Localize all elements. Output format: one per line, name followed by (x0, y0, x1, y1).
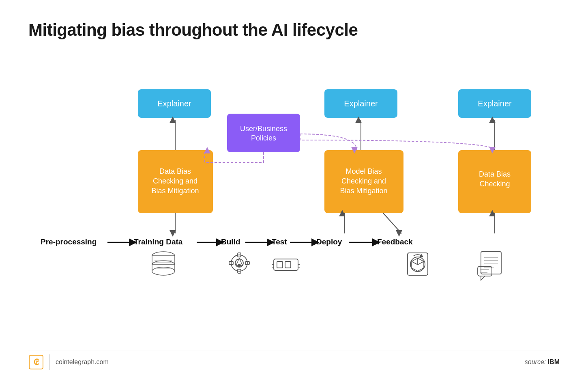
svg-line-66 (418, 261, 424, 265)
svg-text:Model Bias: Model Bias (346, 167, 382, 175)
svg-point-53 (238, 264, 240, 267)
footer-source: source: IBM (525, 358, 560, 366)
svg-text:Pre-processing: Pre-processing (41, 237, 97, 246)
page-title: Mitigating bias throughout the AI lifecy… (28, 20, 560, 40)
svg-text:Bias Mitigation: Bias Mitigation (151, 187, 199, 195)
svg-line-24 (383, 213, 401, 233)
svg-text:Test: Test (272, 237, 287, 246)
cointelegraph-logo: ₢ (28, 354, 44, 370)
svg-text:Checking: Checking (479, 180, 510, 188)
footer-divider (49, 354, 50, 370)
svg-text:Explainer: Explainer (157, 99, 191, 108)
svg-text:User/Business: User/Business (240, 125, 287, 133)
svg-text:Policies: Policies (251, 134, 276, 142)
svg-text:Build: Build (221, 237, 240, 246)
svg-rect-56 (285, 261, 291, 268)
svg-rect-67 (481, 252, 501, 274)
svg-text:Feedback: Feedback (377, 237, 413, 246)
diagram: Explainer User/Business Policies Explain… (28, 60, 560, 346)
svg-text:Deploy: Deploy (316, 237, 342, 246)
svg-rect-2 (227, 114, 300, 152)
page: Mitigating bias throughout the AI lifecy… (0, 0, 588, 382)
svg-text:Bias Mitigation: Bias Mitigation (340, 187, 387, 195)
svg-text:Explainer: Explainer (478, 99, 512, 108)
footer-left: ₢ cointelegraph.com (28, 354, 109, 370)
svg-text:Training Data: Training Data (134, 237, 183, 246)
svg-line-65 (412, 261, 418, 265)
svg-text:₢: ₢ (34, 358, 39, 367)
footer: ₢ cointelegraph.com source: IBM (28, 350, 560, 370)
footer-site: cointelegraph.com (56, 358, 109, 366)
svg-marker-73 (481, 276, 485, 280)
svg-rect-55 (277, 261, 283, 268)
svg-text:Checking and: Checking and (341, 177, 386, 185)
svg-text:Explainer: Explainer (344, 99, 378, 108)
svg-text:Checking and: Checking and (153, 177, 197, 185)
svg-text:Data Bias: Data Bias (479, 170, 511, 178)
svg-rect-72 (478, 266, 492, 276)
svg-text:Data Bias: Data Bias (159, 167, 191, 175)
svg-rect-54 (274, 259, 298, 270)
svg-point-46 (231, 255, 247, 271)
svg-point-42 (152, 267, 175, 275)
